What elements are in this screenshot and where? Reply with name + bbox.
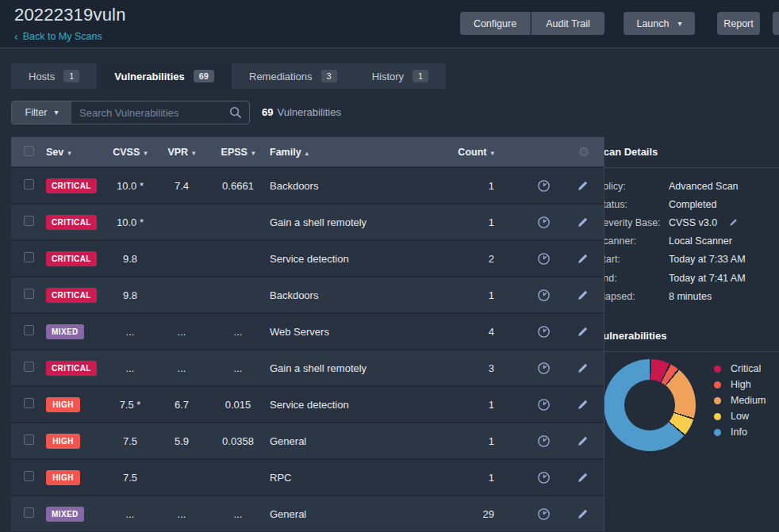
back-to-my-scans-link[interactable]: ‹ Back to My Scans — [14, 31, 102, 42]
row-checkbox[interactable] — [24, 325, 34, 335]
scan-page: 20222319vuln ‹ Back to My Scans Configur… — [0, 0, 779, 532]
vulnerability-count: 69Vulnerabilities — [262, 106, 341, 118]
tab-hosts[interactable]: Hosts 1 — [11, 63, 97, 89]
count-value: 3 — [442, 362, 497, 374]
edit-icon[interactable] — [576, 325, 589, 339]
epss-value: 0.6661 — [208, 180, 268, 192]
edit-icon[interactable] — [576, 252, 589, 266]
tab-count-badge: 1 — [63, 70, 79, 82]
edit-icon[interactable] — [576, 216, 589, 229]
select-all-checkbox[interactable] — [24, 146, 34, 156]
row-checkbox[interactable] — [24, 216, 34, 226]
table-header-row: Sev▾ CVSS▾ VPR▾ EPSS▾ Family▴ Count▾ ⚙ — [11, 137, 604, 166]
edit-icon[interactable] — [576, 471, 589, 484]
clock-icon[interactable] — [537, 325, 551, 339]
table-settings-gear-icon[interactable]: ⚙ — [578, 146, 589, 159]
column-header-sev[interactable]: Sev▾ — [46, 147, 105, 158]
sort-desc-icon: ▾ — [67, 149, 71, 157]
clock-icon[interactable] — [537, 471, 551, 484]
tab-remediations[interactable]: Remediations 3 — [232, 63, 355, 89]
configure-button[interactable]: Configure — [460, 12, 531, 35]
column-header-epss[interactable]: EPSS▾ — [208, 147, 268, 158]
clock-icon[interactable] — [537, 289, 551, 302]
count-value: 1 — [442, 435, 497, 447]
clipped-button[interactable] — [773, 12, 779, 35]
tab-history[interactable]: History 1 — [355, 63, 447, 89]
count-value: 1 — [442, 399, 497, 411]
row-checkbox[interactable] — [24, 471, 34, 481]
edit-icon[interactable] — [576, 362, 589, 375]
tab-count-badge: 1 — [413, 70, 428, 82]
table-row[interactable]: MIXED ... ... ... Web Servers 4 — [11, 312, 604, 349]
vpr-value: ... — [155, 326, 208, 338]
clock-icon[interactable] — [537, 216, 551, 229]
report-button[interactable]: Report — [717, 12, 760, 35]
clock-icon[interactable] — [537, 179, 551, 193]
count-value: 1 — [442, 472, 497, 484]
vpr-value: ... — [155, 508, 208, 520]
detail-row-scanner: Scanner: Local Scanner — [597, 232, 779, 251]
clock-icon[interactable] — [537, 507, 551, 521]
detail-row-start: Start: Today at 7:33 AM — [597, 251, 779, 269]
edit-icon[interactable] — [576, 507, 589, 521]
detail-label: Scanner: — [597, 235, 669, 247]
row-checkbox[interactable] — [24, 362, 34, 372]
table-row[interactable]: CRITICAL 10.0 * Gain a shell remotely 1 — [11, 203, 604, 239]
table-row[interactable]: CRITICAL 9.8 Service detection 2 — [11, 239, 604, 276]
cvss-value: 10.0 * — [105, 216, 155, 228]
row-checkbox[interactable] — [24, 289, 34, 299]
tab-label: Vulnerabilities — [114, 71, 184, 82]
family-value: Web Servers — [268, 326, 442, 338]
table-row[interactable]: MIXED ... ... ... General 29 — [11, 495, 604, 531]
table-row[interactable]: HIGH 7.5 5.9 0.0358 General 1 — [11, 422, 604, 458]
filter-dropdown[interactable]: Filter ▾ — [12, 101, 71, 124]
sort-asc-icon: ▴ — [305, 149, 309, 157]
edit-icon[interactable] — [728, 217, 739, 228]
legend-dot-info — [714, 429, 721, 436]
edit-icon[interactable] — [576, 434, 589, 448]
row-checkbox[interactable] — [24, 507, 34, 518]
table-row[interactable]: CRITICAL 9.8 Backdoors 1 — [11, 276, 604, 312]
severity-badge: MIXED — [46, 324, 84, 339]
row-checkbox[interactable] — [24, 398, 34, 408]
column-header-count[interactable]: Count▾ — [442, 147, 497, 158]
legend-label: Low — [731, 411, 749, 422]
legend-dot-medium — [714, 397, 721, 404]
severity-badge: CRITICAL — [46, 251, 97, 266]
table-row[interactable]: HIGH 7.5 * 6.7 0.015 Service detection 1 — [11, 385, 604, 422]
cvss-value: ... — [105, 326, 155, 338]
chart-legend: Critical High Medium Low Info — [714, 361, 766, 440]
chevron-left-icon: ‹ — [14, 31, 18, 42]
severity-badge: CRITICAL — [46, 361, 97, 376]
epss-value: ... — [208, 326, 268, 338]
column-header-vpr[interactable]: VPR▾ — [155, 147, 208, 158]
tab-vulnerabilities[interactable]: Vulnerabilities 69 — [97, 63, 232, 89]
legend-item-high: High — [714, 377, 766, 392]
row-checkbox[interactable] — [24, 179, 34, 189]
search-icon[interactable] — [229, 106, 242, 119]
column-header-cvss[interactable]: CVSS▾ — [105, 147, 155, 158]
column-header-family[interactable]: Family▴ — [268, 147, 442, 158]
count-value: 29 — [442, 508, 497, 520]
edit-icon[interactable] — [576, 289, 589, 302]
audit-trail-button[interactable]: Audit Trail — [531, 12, 604, 35]
count-number: 69 — [262, 106, 273, 118]
table-row[interactable]: CRITICAL ... ... ... Gain a shell remote… — [11, 349, 604, 385]
table-row[interactable]: HIGH 7.5 RPC 1 — [11, 458, 604, 495]
detail-label: Policy: — [597, 181, 669, 192]
clock-icon[interactable] — [537, 252, 551, 266]
search-input[interactable] — [71, 107, 229, 119]
clock-icon[interactable] — [537, 398, 551, 411]
row-checkbox[interactable] — [24, 252, 34, 262]
edit-icon[interactable] — [576, 398, 589, 411]
count-value: 1 — [442, 289, 497, 301]
detail-label: Elapsed: — [597, 291, 669, 302]
launch-button[interactable]: Launch ▾ — [624, 12, 695, 35]
clock-icon[interactable] — [537, 434, 551, 448]
clock-icon[interactable] — [537, 362, 551, 375]
epss-value: ... — [208, 362, 268, 374]
table-row[interactable]: CRITICAL 10.0 * 7.4 0.6661 Backdoors 1 — [11, 166, 604, 203]
edit-icon[interactable] — [576, 179, 589, 193]
page-title: 20222319vuln — [14, 5, 126, 25]
row-checkbox[interactable] — [24, 434, 34, 445]
